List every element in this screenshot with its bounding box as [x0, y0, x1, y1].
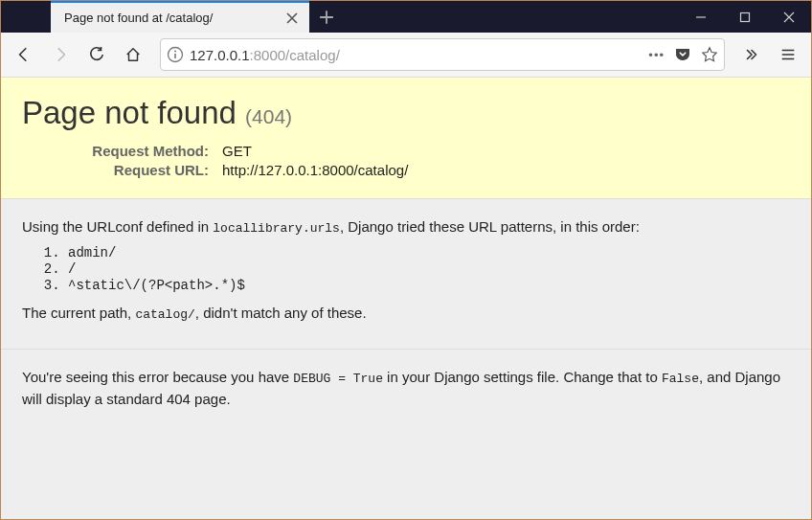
tab-title: Page not found at /catalog/	[64, 11, 213, 25]
plus-icon	[319, 10, 334, 25]
error-body: Using the URLconf defined in locallibrar…	[1, 199, 811, 350]
new-tab-button[interactable]	[309, 1, 344, 33]
back-icon	[15, 46, 33, 63]
error-header: Page not found (404) Request Method: GET…	[1, 78, 811, 199]
debug-note: You're seeing this error because you hav…	[22, 367, 790, 408]
debug-footer: You're seeing this error because you hav…	[1, 350, 811, 425]
url-text[interactable]: 127.0.0.1:8000/catalog/	[190, 47, 643, 63]
maximize-icon	[739, 11, 751, 23]
nav-toolbar: 127.0.0.1:8000/catalog/ •••	[1, 33, 811, 78]
bookmark-button[interactable]	[701, 46, 718, 63]
meta-value: http://127.0.0.1:8000/catalog/	[222, 162, 408, 178]
close-icon	[286, 12, 298, 24]
hamburger-icon	[779, 46, 797, 63]
chevron-double-right-icon	[743, 46, 760, 63]
request-meta: Request Method: GET Request URL: http://…	[75, 143, 790, 178]
reload-icon	[88, 46, 105, 63]
svg-rect-3	[174, 54, 176, 58]
window-controls	[679, 1, 811, 33]
svg-point-2	[174, 51, 176, 53]
reload-button[interactable]	[81, 39, 112, 70]
app-menu-button[interactable]	[773, 39, 803, 70]
pocket-button[interactable]	[674, 46, 691, 63]
site-info-button[interactable]	[167, 46, 184, 63]
url-rest: :8000/catalog/	[250, 47, 340, 63]
url-host: 127.0.0.1	[190, 47, 250, 63]
nomatch-text: The current path, catalog/, didn't match…	[22, 303, 790, 324]
forward-icon	[52, 46, 69, 63]
home-icon	[124, 46, 142, 63]
error-title: Page not found (404)	[22, 95, 790, 131]
page-actions-button[interactable]: •••	[648, 48, 665, 62]
titlebar: Page not found at /catalog/	[1, 1, 811, 33]
false-code: False	[662, 372, 699, 386]
page-content: Page not found (404) Request Method: GET…	[1, 78, 811, 519]
meta-label: Request URL:	[75, 162, 209, 178]
url-bar[interactable]: 127.0.0.1:8000/catalog/ •••	[160, 38, 725, 71]
star-icon	[701, 46, 718, 63]
urlconf-code: locallibrary.urls	[213, 221, 340, 236]
overflow-button[interactable]	[736, 39, 767, 70]
meta-value: GET	[222, 143, 252, 159]
maximize-button[interactable]	[723, 1, 767, 33]
pocket-icon	[674, 46, 691, 63]
url-pattern-list: admin/ / ^static\/(?P<path>.*)$	[68, 245, 790, 293]
intro-text: Using the URLconf defined in locallibrar…	[22, 216, 790, 237]
minimize-button[interactable]	[679, 1, 723, 33]
browser-tab[interactable]: Page not found at /catalog/	[51, 1, 309, 33]
back-button[interactable]	[9, 39, 39, 70]
error-title-text: Page not found	[22, 95, 237, 130]
url-pattern-item: admin/	[68, 245, 790, 260]
forward-button	[45, 39, 76, 70]
url-pattern-item: ^static\/(?P<path>.*)$	[68, 278, 790, 293]
meta-label: Request Method:	[75, 143, 209, 159]
minimize-icon	[695, 11, 707, 23]
close-window-button[interactable]	[767, 1, 811, 33]
home-button[interactable]	[118, 39, 148, 70]
debug-code: DEBUG = True	[293, 372, 383, 386]
meta-row-method: Request Method: GET	[75, 143, 790, 159]
error-code: (404)	[245, 105, 292, 127]
url-pattern-item: /	[68, 261, 790, 277]
close-icon	[783, 11, 795, 23]
tab-strip-spacer	[1, 1, 51, 33]
meta-row-url: Request URL: http://127.0.0.1:8000/catal…	[75, 162, 790, 178]
svg-rect-0	[741, 12, 750, 21]
path-code: catalog/	[135, 307, 194, 322]
info-icon	[167, 46, 184, 63]
close-tab-button[interactable]	[284, 11, 300, 26]
